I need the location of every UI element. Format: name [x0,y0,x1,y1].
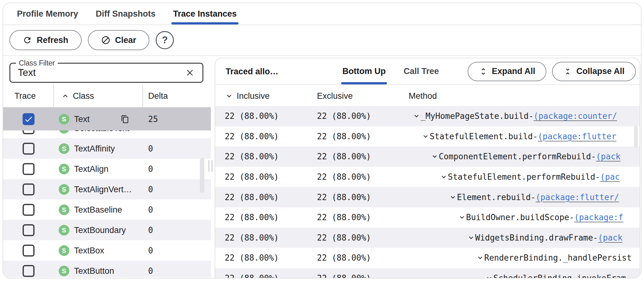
table-row[interactable]: SSelectableText [3,130,211,138]
class-name: TextAffinity [74,144,115,153]
class-badge: S [59,114,69,125]
table-row[interactable]: 22 (88.00%)22 (88.00%)_MyHomePageState.b… [215,106,640,126]
method-name: _MyHomePageState.build [421,111,529,121]
table-row[interactable]: 22 (88.00%)22 (88.00%)StatefulElement.bu… [215,126,640,147]
exclusive-value: 22 (88.00%) [317,132,371,141]
block-icon [101,35,110,45]
expand-node-icon [476,254,484,262]
table-row[interactable]: STextButton0 [3,261,211,277]
table-row[interactable]: 22 (88.00%)22 (88.00%)BuildOwner.buildSc… [215,207,640,228]
method-separator: - [533,132,538,141]
source-link[interactable]: (pack [598,233,622,242]
delta-value: 0 [148,246,153,255]
refresh-button[interactable]: Refresh [9,30,82,50]
table-row[interactable]: SText25 [3,108,211,130]
expand-all-button[interactable]: Expand All [468,62,547,81]
method-separator: - [569,213,574,222]
trace-checkbox[interactable] [23,224,35,236]
inclusive-value: 22 (88.00%) [225,132,279,141]
close-icon [185,68,195,78]
trace-checkbox[interactable] [23,183,35,195]
tab-trace-instances[interactable]: Trace Instances [173,3,237,24]
inclusive-value: 22 (88.00%) [225,111,279,121]
sort-ascending-icon [61,92,70,100]
class-badge: S [59,245,69,256]
inclusive-value: 22 (88.00%) [225,253,279,262]
table-row[interactable]: 22 (88.00%)22 (88.00%)Element.rebuild - … [215,187,640,207]
table-row[interactable]: STextBox0 [3,240,211,261]
right-scrollbar-thumb[interactable] [634,126,638,148]
memory-panel: Profile Memory Diff Snapshots Trace Inst… [3,3,641,278]
trace-checkbox[interactable] [23,113,35,125]
tab-call-tree[interactable]: Call Tree [404,58,439,84]
column-header-trace[interactable]: Trace [14,91,36,101]
clear-button[interactable]: Clear [88,30,150,50]
table-row[interactable]: 22 (88.00%)22 (88.00%)ComponentElement.p… [215,146,640,167]
exclusive-value: 22 (88.00%) [317,253,371,262]
trace-checkbox[interactable] [23,265,35,277]
expand-node-icon [412,112,421,120]
table-row[interactable]: STextAlignVert…0 [3,179,211,199]
tab-diff-snapshots[interactable]: Diff Snapshots [96,3,156,24]
tab-bottom-up[interactable]: Bottom Up [342,58,386,84]
trace-checkbox[interactable] [23,245,35,257]
source-link[interactable]: (package:counter/ [534,111,617,121]
exclusive-value: 22 (88.00%) [317,172,371,182]
class-table-header: Trace Class Delta [3,85,211,108]
column-header-exclusive[interactable]: Exclusive [317,91,353,101]
tab-profile-memory[interactable]: Profile Memory [17,3,78,24]
source-link[interactable]: (pack [596,152,620,161]
delta-value: 0 [148,266,153,276]
left-scrollbar-thumb[interactable] [200,158,204,193]
class-badge: S [59,143,69,154]
unfold-more-icon [479,67,488,76]
table-row-content: STextAffinity0 [3,138,211,159]
class-badge: S [59,130,69,134]
class-name: TextBoundary [74,225,126,235]
class-filter-field[interactable]: Class Filter Text [9,63,203,83]
table-row[interactable]: 22 (88.00%)22 (88.00%)RendererBinding._h… [215,248,640,268]
table-row[interactable]: STextAffinity0 [3,138,211,159]
class-badge: S [59,266,69,276]
table-row[interactable]: STextBoundary0 [3,220,211,240]
trace-checkbox[interactable] [23,204,35,216]
trace-checkbox[interactable] [23,163,35,175]
tree-actions: Expand All Collapse All [468,62,636,81]
source-link[interactable]: (pac [600,172,620,182]
column-header-class[interactable]: Class [73,91,94,101]
column-header-delta[interactable]: Delta [148,91,168,101]
trace-checkbox[interactable] [23,143,35,155]
expand-node-icon [485,274,493,278]
table-row[interactable]: 22 (88.00%)22 (88.00%)StatefulElement.pe… [215,167,640,187]
table-row[interactable]: STextAlign0 [3,159,211,179]
panel-split-drag-handle[interactable] [208,160,215,172]
table-row-content: STextBaseline0 [3,199,211,220]
table-row[interactable]: STextBaseline0 [3,199,211,220]
inclusive-value: 22 (88.00%) [225,233,279,242]
source-link[interactable]: (package:f [574,213,623,222]
collapse-all-button[interactable]: Collapse All [552,62,636,81]
exclusive-value: 22 (88.00%) [317,213,371,222]
copy-button[interactable] [121,115,129,123]
table-row[interactable]: 22 (88.00%)22 (88.00%)SchedulerBinding.i… [215,268,640,278]
refresh-icon [23,35,32,45]
exclusive-value: 22 (88.00%) [317,111,371,121]
column-header-method[interactable]: Method [409,91,437,101]
trace-checkbox[interactable] [23,130,35,134]
class-name: TextButton [74,266,114,276]
table-row-content: STextBox0 [3,240,211,261]
table-row[interactable]: 22 (88.00%)22 (88.00%)WidgetsBinding.dra… [215,228,640,248]
clear-filter-button[interactable] [185,68,195,78]
exclusive-value: 22 (88.00%) [317,152,371,161]
source-link[interactable]: (package:flutter/ [535,193,619,202]
table-row-content: STextAlign0 [3,159,211,179]
column-header-inclusive[interactable]: Inclusive [237,91,270,101]
help-button[interactable]: ? [156,31,174,49]
method-name: Element.rebuild [457,193,531,202]
class-name: TextBox [74,246,104,255]
clear-label: Clear [115,35,137,45]
method-cell: StatefulElement.build - (package:flutter [405,126,640,147]
method-cell: SchedulerBinding.invokeFram [405,268,640,278]
source-link[interactable]: (package:flutter [538,132,616,141]
class-filter-input[interactable]: Text [18,67,36,78]
